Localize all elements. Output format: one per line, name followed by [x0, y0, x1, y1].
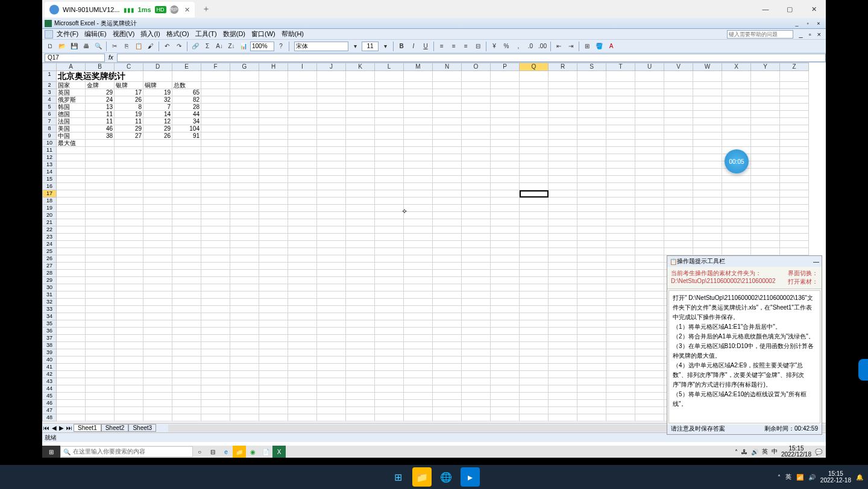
cell[interactable] [143, 183, 172, 190]
cell[interactable]: 俄罗斯 [57, 96, 86, 104]
cell[interactable] [375, 89, 404, 96]
cell[interactable] [520, 161, 549, 169]
cell[interactable] [230, 342, 259, 349]
cell[interactable] [635, 104, 664, 111]
cell[interactable] [375, 400, 404, 407]
volume-icon[interactable]: 🔊 [751, 449, 758, 455]
cell[interactable] [404, 234, 433, 241]
cell[interactable] [693, 82, 722, 89]
currency-icon[interactable]: ¥ [489, 41, 500, 52]
cell[interactable] [635, 96, 664, 104]
font-color-icon[interactable]: A [606, 41, 617, 52]
cell[interactable] [491, 161, 520, 169]
cell[interactable] [115, 71, 143, 82]
cell[interactable] [664, 205, 693, 212]
cell[interactable] [230, 414, 259, 422]
cell[interactable] [230, 205, 259, 212]
cell[interactable] [86, 190, 115, 198]
cell[interactable] [346, 313, 375, 320]
cell[interactable] [57, 414, 86, 422]
cell[interactable] [259, 313, 288, 320]
column-header[interactable]: M [404, 63, 433, 71]
cell[interactable] [201, 291, 230, 299]
cell[interactable] [317, 320, 346, 328]
cell[interactable] [577, 342, 606, 349]
cell[interactable] [172, 71, 201, 82]
cell[interactable] [375, 147, 404, 154]
cell[interactable] [172, 277, 201, 284]
cell[interactable] [462, 219, 491, 226]
cell[interactable] [780, 89, 809, 96]
cell[interactable] [115, 234, 143, 241]
cell[interactable] [115, 161, 143, 169]
cell[interactable] [577, 364, 606, 371]
ime-indicator[interactable]: 中 [772, 447, 778, 456]
cell[interactable] [115, 357, 143, 364]
cell[interactable] [491, 378, 520, 385]
cell[interactable] [375, 71, 404, 82]
cell[interactable] [635, 364, 664, 371]
cell[interactable]: 14 [143, 111, 172, 118]
cell[interactable] [520, 82, 549, 89]
cell[interactable] [433, 284, 462, 291]
cell[interactable] [259, 183, 288, 190]
cell[interactable] [317, 198, 346, 205]
cell[interactable] [491, 219, 520, 226]
cell[interactable] [635, 357, 664, 364]
cell[interactable] [346, 400, 375, 407]
cell[interactable] [577, 357, 606, 364]
cell[interactable] [404, 364, 433, 371]
cell[interactable] [433, 176, 462, 183]
cell[interactable] [635, 132, 664, 140]
close-button[interactable]: ✕ [802, 0, 826, 18]
cell[interactable] [375, 357, 404, 364]
cell[interactable] [635, 212, 664, 219]
cell[interactable] [317, 277, 346, 284]
cell[interactable] [577, 82, 606, 89]
cell[interactable] [86, 335, 115, 342]
cell[interactable] [230, 234, 259, 241]
cell[interactable] [664, 169, 693, 176]
cell[interactable] [404, 407, 433, 414]
cell[interactable] [201, 357, 230, 364]
cell[interactable] [549, 400, 577, 407]
row-header[interactable]: 17 [42, 190, 57, 198]
cell[interactable] [751, 234, 780, 241]
cell[interactable] [57, 147, 86, 154]
cell[interactable] [462, 400, 491, 407]
cell[interactable] [115, 147, 143, 154]
cell[interactable] [115, 342, 143, 349]
cell[interactable] [259, 378, 288, 385]
cell[interactable] [491, 190, 520, 198]
cell[interactable] [751, 82, 780, 89]
cell[interactable] [549, 291, 577, 299]
cell[interactable] [317, 306, 346, 313]
wifi-icon[interactable]: 📶 [796, 474, 804, 481]
excel-minimize[interactable]: _ [792, 20, 802, 26]
cell[interactable] [577, 132, 606, 140]
cell[interactable] [201, 328, 230, 335]
cell[interactable] [577, 414, 606, 422]
cell[interactable] [433, 328, 462, 335]
cell[interactable] [288, 96, 317, 104]
cell[interactable] [549, 118, 577, 125]
cell[interactable] [57, 241, 86, 248]
cell[interactable] [143, 357, 172, 364]
cell[interactable] [693, 226, 722, 234]
cell[interactable] [86, 320, 115, 328]
cell[interactable] [577, 335, 606, 342]
first-sheet-icon[interactable]: ⏮ [42, 425, 51, 431]
cell[interactable] [433, 299, 462, 306]
cell[interactable] [606, 414, 635, 422]
cell[interactable] [635, 248, 664, 255]
cell[interactable] [57, 378, 86, 385]
cell[interactable] [491, 349, 520, 357]
cell[interactable] [115, 212, 143, 219]
cell[interactable] [259, 342, 288, 349]
cell[interactable] [57, 335, 86, 342]
cell[interactable] [172, 342, 201, 349]
cell[interactable] [520, 183, 549, 190]
cell[interactable] [404, 132, 433, 140]
cell[interactable] [404, 378, 433, 385]
cell[interactable] [433, 357, 462, 364]
